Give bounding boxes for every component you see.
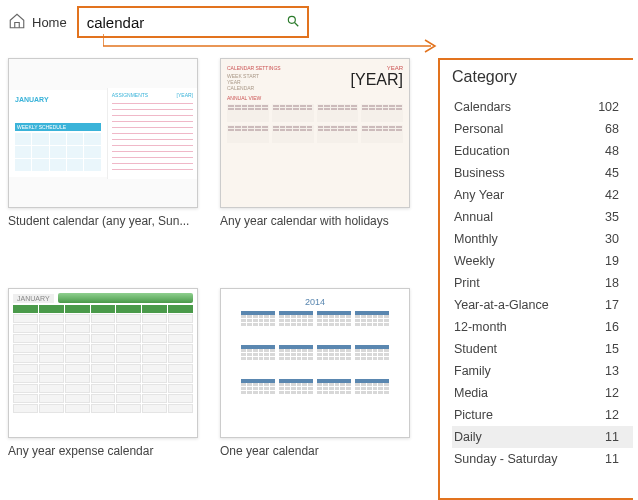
category-item[interactable]: Weekly19 [452,250,633,272]
category-item[interactable]: Sunday - Saturday11 [452,448,633,470]
category-label: Year-at-a-Glance [454,298,549,312]
thumb-month-label: JANUARY [15,96,101,103]
search-icon [286,14,300,31]
category-item[interactable]: 12-month16 [452,316,633,338]
thumb-month-label: JANUARY [13,294,54,303]
category-count: 17 [605,298,619,312]
category-label: Monthly [454,232,498,246]
template-caption: Any year expense calendar [8,444,198,458]
svg-line-1 [294,22,298,26]
template-grid: JANUARY WEEKLY SCHEDULE ASSIGNMENTS[YEAR… [8,58,420,500]
category-label: Any Year [454,188,504,202]
category-label: Weekly [454,254,495,268]
template-card[interactable]: 2014 [220,288,410,500]
category-item[interactable]: Print18 [452,272,633,294]
category-item[interactable]: Monthly30 [452,228,633,250]
category-count: 11 [605,430,619,444]
category-label: Sunday - Saturday [454,452,558,466]
home-link[interactable]: Home [8,12,67,33]
category-label: Student [454,342,497,356]
category-item[interactable]: Picture12 [452,404,633,426]
category-item[interactable]: Any Year42 [452,184,633,206]
template-thumbnail: 2014 [220,288,410,438]
category-sidebar: Category Calendars102 Personal68 Educati… [438,58,633,500]
category-label: Annual [454,210,493,224]
category-label: Print [454,276,480,290]
template-thumbnail: JANUARY [8,288,198,438]
thumb-section-label: WEEKLY SCHEDULE [15,123,101,131]
category-item[interactable]: Family13 [452,360,633,382]
category-label: Business [454,166,505,180]
search-box [77,6,309,38]
thumb-year-label: [YEAR] [177,92,193,98]
category-label: Calendars [454,100,511,114]
category-count: 102 [598,100,619,114]
category-count: 15 [605,342,619,356]
home-label: Home [32,15,67,30]
category-label: Daily [454,430,482,444]
category-count: 35 [605,210,619,224]
category-item[interactable]: Calendars102 [452,96,633,118]
template-caption: Student calendar (any year, Sun... [8,214,198,228]
thumb-assign-label: ASSIGNMENTS [112,92,148,98]
category-list: Calendars102 Personal68 Education48 Busi… [452,96,633,470]
category-count: 18 [605,276,619,290]
template-thumbnail: CALENDAR SETTINGS WEEK START YEAR CALEND… [220,58,410,208]
search-button[interactable] [279,8,307,36]
template-card[interactable]: JANUARY Any y [8,288,198,500]
category-count: 13 [605,364,619,378]
thumb-year-big: [YEAR] [351,71,403,89]
category-item[interactable]: Media12 [452,382,633,404]
category-count: 11 [605,452,619,466]
category-item[interactable]: Personal68 [452,118,633,140]
top-bar: Home [0,0,638,44]
svg-point-0 [288,16,295,23]
category-item[interactable]: Education48 [452,140,633,162]
template-card[interactable]: CALENDAR SETTINGS WEEK START YEAR CALEND… [220,58,410,270]
category-label: Picture [454,408,493,422]
category-count: 68 [605,122,619,136]
thumb-annual-label: ANNUAL VIEW [227,95,403,101]
template-card[interactable]: JANUARY WEEKLY SCHEDULE ASSIGNMENTS[YEAR… [8,58,198,270]
category-label: Media [454,386,488,400]
template-caption: Any year calendar with holidays [220,214,410,228]
category-title: Category [452,68,633,86]
category-count: 12 [605,386,619,400]
category-label: Personal [454,122,503,136]
category-label: 12-month [454,320,507,334]
category-item[interactable]: Year-at-a-Glance17 [452,294,633,316]
category-item[interactable]: Business45 [452,162,633,184]
category-count: 16 [605,320,619,334]
results-area: JANUARY WEEKLY SCHEDULE ASSIGNMENTS[YEAR… [0,44,638,500]
thumb-settings-label: CALENDAR SETTINGS [227,65,281,71]
category-count: 45 [605,166,619,180]
home-icon [8,12,26,33]
search-input[interactable] [79,10,279,35]
template-caption: One year calendar [220,444,410,458]
category-item[interactable]: Student15 [452,338,633,360]
category-count: 48 [605,144,619,158]
thumb-year-label: 2014 [305,297,325,307]
category-count: 42 [605,188,619,202]
category-count: 12 [605,408,619,422]
thumb-line: CALENDAR [227,85,281,91]
category-item[interactable]: Daily11 [452,426,633,448]
category-label: Education [454,144,510,158]
category-item[interactable]: Annual35 [452,206,633,228]
category-label: Family [454,364,491,378]
category-count: 19 [605,254,619,268]
template-thumbnail: JANUARY WEEKLY SCHEDULE ASSIGNMENTS[YEAR… [8,58,198,208]
category-count: 30 [605,232,619,246]
